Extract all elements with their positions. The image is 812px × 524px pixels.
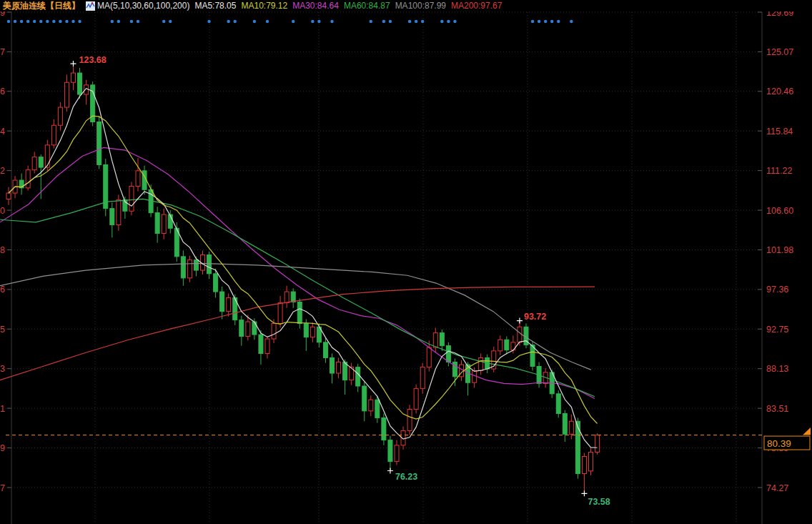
candle-body	[414, 389, 418, 410]
candle-body	[310, 327, 315, 337]
axis-price-label-clipped: 97.36	[0, 285, 5, 295]
event-dot	[162, 20, 165, 23]
candle-body	[136, 171, 140, 187]
candle-body	[6, 193, 11, 199]
event-dot	[570, 20, 573, 23]
candle-body	[58, 107, 62, 125]
annotations-layer: 123.6893.7276.2373.58	[71, 55, 610, 507]
candle-body	[39, 157, 43, 167]
candle-body	[369, 400, 373, 411]
price-annotation: 93.72	[524, 312, 546, 322]
axis-price-label: 115.84	[766, 127, 793, 137]
axis-price-label-clipped: 78.89	[0, 443, 5, 453]
candle-body	[117, 200, 121, 225]
candle-body	[207, 254, 212, 273]
candle-body	[162, 214, 166, 233]
grid-layer	[6, 12, 762, 524]
candle-body	[265, 339, 269, 353]
candle-body	[97, 122, 102, 164]
candle-body	[569, 421, 573, 434]
candle-body	[304, 323, 308, 337]
candle-body	[32, 157, 36, 170]
candle-body	[259, 335, 263, 353]
candle-body	[375, 400, 380, 417]
candle-body	[181, 257, 185, 278]
axis-price-label-clipped: 115.84	[0, 127, 5, 137]
candle-body	[582, 456, 586, 473]
event-dot	[550, 20, 553, 23]
event-dot	[382, 20, 385, 23]
price-annotation: 73.58	[588, 497, 610, 507]
candle-body	[272, 323, 276, 339]
candle-body	[427, 347, 431, 367]
axis-price-label: 97.36	[766, 285, 788, 295]
event-dot	[531, 20, 534, 23]
event-dot	[7, 20, 10, 23]
candle-body	[297, 302, 302, 323]
candle-body	[64, 82, 69, 107]
event-dot	[311, 20, 314, 23]
event-dot	[389, 20, 392, 23]
ma-legend: MA5:78.05MA10:79.12MA30:84.64MA60:84.87M…	[189, 1, 502, 11]
event-dot	[227, 20, 230, 23]
axis-price-label-clipped: 74.27	[0, 483, 5, 493]
price-chart[interactable]: 123.6893.7276.2373.58129.69129.69125.071…	[0, 0, 812, 524]
axis-price-label: 83.51	[766, 404, 788, 414]
candle-body	[382, 417, 386, 440]
candle-body	[26, 170, 30, 188]
candle-body	[505, 340, 509, 350]
candle-body	[252, 322, 257, 335]
indicator-chart-icon[interactable]	[86, 1, 95, 11]
event-dot	[440, 20, 443, 23]
event-dot	[130, 20, 133, 23]
event-dot	[408, 20, 411, 23]
candle-body	[362, 386, 367, 411]
event-dot	[557, 20, 560, 23]
event-dot	[544, 20, 547, 23]
candle-body	[440, 333, 444, 346]
ma30-line	[0, 147, 595, 398]
candle-body	[214, 274, 218, 292]
axis-price-label-clipped: 125.07	[0, 47, 5, 57]
extreme-cross-marker	[71, 61, 76, 66]
candle-body	[446, 346, 450, 362]
candle-body	[407, 409, 412, 430]
period-label: 【日线】	[46, 0, 80, 12]
candle-body	[395, 445, 399, 462]
axis-price-label-clipped: 83.51	[0, 404, 5, 414]
candle-body	[78, 73, 82, 94]
candle-body	[323, 342, 327, 358]
event-dot	[52, 20, 55, 23]
candle-body	[227, 297, 231, 311]
event-dot	[292, 20, 294, 23]
axis-price-label: 120.46	[766, 86, 793, 97]
axis-price-label-clipped: 88.13	[0, 364, 5, 374]
axis-price-label-clipped: 111.22	[0, 166, 5, 176]
event-dot	[169, 20, 172, 23]
axis-price-label-clipped: 92.75	[0, 325, 5, 335]
event-dot	[447, 20, 450, 23]
axis-price-label: 111.22	[766, 166, 792, 176]
candle-body	[246, 322, 250, 336]
event-dot	[14, 20, 16, 23]
axis-price-label: 88.13	[766, 364, 788, 374]
event-dot	[370, 20, 372, 23]
event-dot	[33, 20, 36, 23]
candle-body	[51, 125, 56, 145]
candle-body	[479, 357, 483, 370]
event-dot	[207, 20, 210, 23]
right-axis-labels: 129.69129.69125.07125.07120.46120.46115.…	[0, 8, 793, 493]
candle-body	[110, 209, 114, 225]
ma-group-label: MA(5,10,30,60,100,200)	[97, 1, 189, 11]
event-dots-layer	[7, 20, 573, 23]
candle-body	[589, 452, 593, 470]
axis-price-label-clipped: 120.46	[0, 86, 5, 97]
candle-body	[129, 186, 134, 211]
event-dot	[71, 20, 74, 23]
ma60-line	[0, 199, 595, 396]
event-dot	[59, 20, 61, 23]
legend-ma5: MA5:78.05	[194, 1, 236, 11]
candle-body	[330, 357, 335, 373]
candle-body	[556, 394, 560, 414]
latest-price-arrow-icon	[803, 427, 811, 435]
